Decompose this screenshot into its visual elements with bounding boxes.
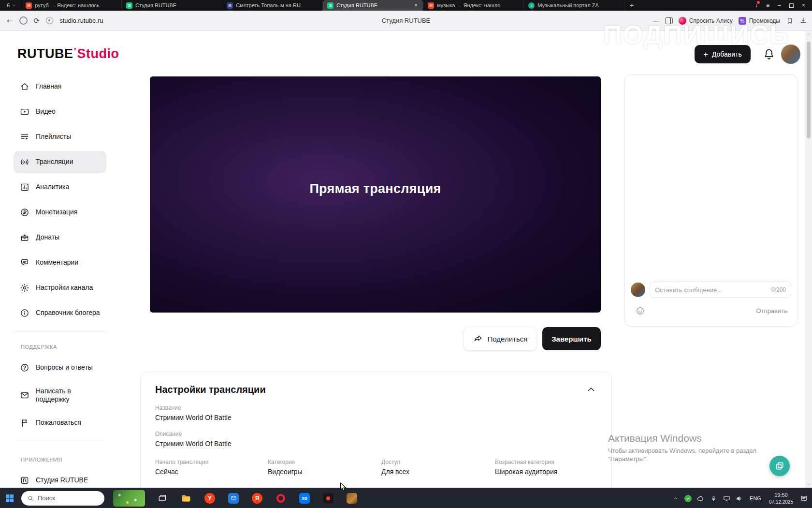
downloads-tray-icon[interactable] — [799, 17, 807, 25]
sidebar-item-playlists[interactable]: Плейлисты — [14, 126, 106, 148]
field-value: Сейчас — [155, 468, 268, 476]
url-text[interactable]: studio.rutube.ru — [59, 17, 103, 24]
sidebar-item-monetization[interactable]: Монетизация — [14, 201, 106, 224]
browser-tab[interactable]: Я музыка — Яндекс: нашло — [423, 0, 524, 11]
chat-message-field[interactable]: 0/200 — [650, 282, 791, 298]
yandex-favicon: Я — [26, 2, 32, 9]
sidebar-item-label: Настройки канала — [36, 284, 93, 292]
browser-menu-icon[interactable]: ≡ — [766, 2, 769, 9]
envelope-icon — [20, 390, 29, 400]
sidebar-item-studio-app[interactable]: Студия RUTUBE — [14, 469, 106, 488]
taskbar-search[interactable] — [21, 491, 104, 506]
opera-browser-icon[interactable] — [275, 493, 287, 504]
mail-app-icon[interactable] — [228, 493, 239, 504]
date-label: 07.12.2025 — [769, 499, 793, 505]
sidebar-item-comments[interactable]: Комментарии — [14, 252, 106, 274]
browser-tab-active[interactable]: S Студия RUTUBE × — [323, 0, 423, 11]
page-scrollbar[interactable] — [805, 31, 812, 488]
browser-tab[interactable]: R Смотреть Топаль-м на RU — [222, 0, 323, 11]
sidebar-item-analytics[interactable]: Аналитика — [14, 176, 106, 198]
taskbar-search-input[interactable] — [38, 494, 91, 502]
scroll-down-icon[interactable] — [805, 481, 812, 488]
promo-extension-button[interactable]: % Промокоды — [739, 17, 780, 25]
refresh-icon[interactable]: ⟳ — [34, 16, 40, 25]
field-value: Для всех — [381, 468, 495, 476]
taskbar-clock[interactable]: 19:50 07.12.2025 — [769, 492, 793, 505]
browser-tab[interactable]: ♪ Музыкальный портал ZA — [524, 0, 624, 11]
chat-message-input[interactable] — [655, 286, 768, 294]
music-portal-favicon: ♪ — [528, 2, 535, 9]
logo-brand: RUTUBE — [17, 46, 73, 61]
field-label: Доступ — [381, 459, 495, 465]
browser-tab[interactable]: S Студия RUTUBE — [122, 0, 222, 11]
system-tray: ENG 19:50 07.12.2025 — [671, 488, 808, 508]
sidebar-item-donates[interactable]: Донаты — [14, 226, 106, 249]
site-settings-icon[interactable] — [46, 17, 53, 24]
yandex-browser-icon[interactable]: Y — [204, 493, 216, 504]
tab-close-icon[interactable]: × — [413, 2, 419, 9]
microphone-icon[interactable] — [710, 494, 718, 503]
tab-counter-button[interactable]: 6 — [0, 0, 21, 11]
user-avatar[interactable] — [781, 45, 800, 64]
sidebar-item-home[interactable]: Главная — [14, 75, 106, 98]
sidebar-item-write-support[interactable]: Написать в поддержку — [14, 382, 106, 409]
sidebar-toggle-icon[interactable] — [665, 17, 673, 24]
more-icon[interactable]: ··· — [653, 17, 659, 25]
browser-tab[interactable]: Я рутуб — Яндекс: нашлось — [21, 0, 122, 11]
sidebar-item-broadcasts[interactable]: Трансляции — [14, 151, 106, 173]
scrollbar-thumb[interactable] — [807, 42, 811, 138]
action-center-icon[interactable] — [800, 494, 808, 503]
emoji-icon[interactable] — [636, 306, 645, 315]
downloads-icon[interactable]: ↓ — [755, 2, 758, 9]
add-button[interactable]: + Добавить — [695, 45, 751, 63]
bookmark-flag-icon[interactable] — [786, 17, 794, 25]
live-stream-player[interactable]: Прямая трансляция — [150, 76, 601, 313]
yandex-favicon: Я — [428, 2, 434, 9]
window-close-button[interactable]: × — [802, 2, 805, 9]
browser-logo-icon[interactable] — [19, 16, 28, 25]
activation-title: Активация Windows — [608, 433, 756, 444]
scroll-up-icon[interactable] — [805, 31, 812, 38]
cloud-icon[interactable] — [696, 494, 705, 503]
floating-widget-button[interactable] — [769, 456, 790, 476]
task-view-icon[interactable] — [157, 493, 168, 504]
sidebar-divider — [14, 331, 106, 331]
finish-stream-button[interactable]: Завершить — [542, 327, 601, 350]
analytics-icon — [20, 182, 29, 192]
start-button[interactable] — [0, 488, 19, 508]
field-age-category: Возрастная категория Широкая аудитория — [495, 459, 597, 476]
language-indicator[interactable]: ENG — [750, 495, 761, 501]
tab-title: музыка — Яндекс: нашло — [437, 2, 519, 8]
dark-app-icon[interactable] — [322, 493, 334, 504]
notifications-bell-icon[interactable] — [763, 48, 775, 60]
alice-extension-button[interactable]: Спросить Алису — [679, 17, 733, 25]
sidebar-item-channel-settings[interactable]: Настройки канала — [14, 277, 106, 299]
window-minimize-button[interactable]: – — [778, 2, 781, 9]
field-value: Стримим World Of Battle — [155, 414, 597, 421]
new-tab-button[interactable]: + — [624, 0, 639, 11]
sidebar-section-support: ПОДДЕРЖКА — [21, 344, 119, 350]
window-maximize-button[interactable] — [789, 3, 794, 8]
game-app-icon[interactable] — [346, 493, 358, 504]
sidebar-item-faq[interactable]: Вопросы и ответы — [14, 357, 106, 379]
rutube-studio-logo[interactable]: RUTUBE’Studio — [17, 46, 119, 61]
address-bar: ← ⟳ studio.rutube.ru Студия RUTUBE ··· С… — [0, 11, 812, 31]
sidebar-item-blogger-guide[interactable]: Справочник блогера — [14, 302, 106, 324]
share-button[interactable]: Поделиться — [464, 327, 536, 350]
tab-title: Смотреть Топаль-м на RU — [236, 2, 318, 8]
widgets-weather-thumbnail[interactable] — [113, 490, 145, 507]
file-explorer-icon[interactable] — [180, 493, 192, 504]
alice-label: Спросить Алису — [689, 17, 733, 24]
sidebar-item-report[interactable]: Пожаловаться — [14, 412, 106, 434]
tray-chevron-up-icon[interactable] — [671, 494, 680, 503]
volume-icon[interactable] — [736, 494, 744, 503]
antivirus-icon[interactable] — [684, 495, 692, 502]
chat-send-button[interactable]: Отправить — [756, 307, 787, 314]
xo-app-icon[interactable]: xo — [299, 493, 310, 504]
back-icon[interactable]: ← — [7, 16, 13, 25]
collapse-chevron-up-icon[interactable] — [585, 384, 597, 395]
sidebar-item-label: Написать в поддержку — [36, 387, 99, 404]
network-icon[interactable] — [723, 494, 731, 503]
yandex-app-icon[interactable]: Я — [251, 493, 263, 504]
sidebar-item-video[interactable]: Видео — [14, 101, 106, 123]
